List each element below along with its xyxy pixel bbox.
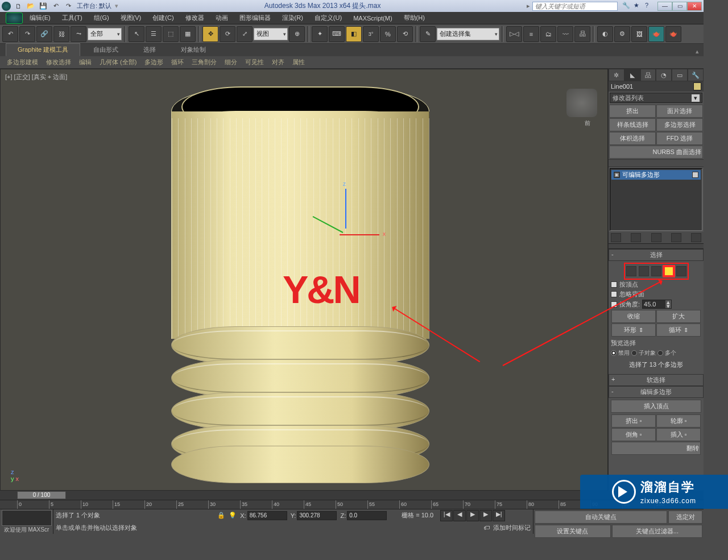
ribbon-tab-selection[interactable]: 选择 bbox=[131, 43, 168, 56]
utilities-tab-icon[interactable]: 🔧 bbox=[688, 69, 704, 81]
so-border-icon[interactable] bbox=[651, 266, 661, 276]
poly-inset-button[interactable]: 插入 ▫ bbox=[656, 428, 701, 441]
goto-end-icon[interactable]: ▶| bbox=[493, 510, 505, 521]
ribbon-tab-freeform[interactable]: 自由形式 bbox=[81, 43, 130, 56]
angle-snap-button[interactable]: 3° bbox=[363, 26, 379, 42]
mod-ffdsel-button[interactable]: FFD 选择 bbox=[656, 132, 703, 145]
keyboard-shortcut-button[interactable]: ⌨ bbox=[329, 26, 345, 42]
layer-button[interactable]: 🗂 bbox=[540, 26, 556, 42]
keyfilter-button[interactable]: 关键点过滤器... bbox=[612, 525, 702, 538]
menu-help[interactable]: 帮助(H) bbox=[399, 12, 429, 24]
create-tab-icon[interactable]: ✲ bbox=[609, 69, 624, 81]
percent-snap-button[interactable]: % bbox=[380, 26, 396, 42]
link-button[interactable]: 🔗 bbox=[36, 26, 52, 42]
ring-button[interactable]: 环形 ⇕ bbox=[611, 323, 656, 337]
motion-tab-icon[interactable]: ◔ bbox=[656, 69, 672, 81]
play-icon[interactable]: ▶ bbox=[466, 510, 479, 521]
isolate-icon[interactable]: 💡 bbox=[229, 512, 237, 519]
render-iterative-button[interactable]: 🫖 bbox=[665, 26, 681, 42]
radio-multi[interactable] bbox=[657, 350, 663, 356]
shrink-button[interactable]: 收缩 bbox=[611, 310, 656, 323]
spinner-snap-button[interactable]: ⟲ bbox=[397, 26, 413, 42]
byvertex-checkbox[interactable] bbox=[611, 281, 617, 288]
window-crossing-button[interactable]: ▦ bbox=[180, 26, 196, 42]
next-frame-icon[interactable]: ▶ bbox=[479, 510, 492, 521]
ribbon-visibility[interactable]: 可见性 bbox=[242, 57, 267, 68]
timetag-icon[interactable]: 🏷 bbox=[483, 524, 490, 531]
ribbon-geom[interactable]: 几何体 (全部) bbox=[96, 57, 140, 68]
angle-spinner[interactable]: ▴▾ bbox=[642, 300, 672, 309]
show-end-icon[interactable] bbox=[631, 233, 641, 242]
remove-mod-icon[interactable] bbox=[671, 233, 681, 242]
ribbon-subdiv[interactable]: 细分 bbox=[221, 57, 241, 68]
poly-outline-button[interactable]: 轮廓 ▫ bbox=[656, 414, 701, 428]
mod-extrude-button[interactable]: 挤出 bbox=[609, 105, 656, 118]
rollout-softsel-header[interactable]: +软选择 bbox=[609, 374, 704, 386]
viewport-label[interactable]: [+] [正交] [真实 + 边面] bbox=[5, 73, 67, 81]
redo-icon[interactable]: ↷ bbox=[63, 2, 73, 11]
so-vertex-icon[interactable] bbox=[626, 266, 636, 276]
ref-coord-dropdown[interactable]: 视图 bbox=[254, 28, 288, 40]
render-thumb[interactable] bbox=[2, 510, 52, 526]
minimize-button[interactable]: — bbox=[657, 2, 672, 11]
menu-group[interactable]: 组(G) bbox=[89, 12, 114, 24]
time-slider[interactable]: 0 / 100 bbox=[17, 491, 66, 499]
menu-customize[interactable]: 自定义(U) bbox=[310, 12, 346, 24]
scale-button[interactable]: ⤢ bbox=[237, 26, 253, 42]
maximize-button[interactable]: ▭ bbox=[672, 2, 687, 11]
pin-stack-icon[interactable] bbox=[611, 233, 621, 242]
mod-volsel-button[interactable]: 体积选择 bbox=[609, 132, 656, 145]
insert-vertex-button[interactable]: 插入顶点 bbox=[611, 400, 701, 413]
move-button[interactable]: ✥ bbox=[202, 26, 218, 42]
mod-nurbssel-button[interactable]: NURBS 曲面选择 bbox=[609, 146, 703, 159]
radio-subobject[interactable] bbox=[631, 350, 637, 356]
stack-item-editpoly[interactable]: ▣ 可编辑多边形 bbox=[611, 170, 701, 180]
save-icon[interactable]: 💾 bbox=[38, 2, 48, 11]
render-frame-button[interactable]: 🖼 bbox=[631, 26, 647, 42]
coord-z-field[interactable]: 0.0 bbox=[347, 511, 387, 520]
autokey-button[interactable]: 自动关键点 bbox=[535, 511, 667, 524]
menu-animation[interactable]: 动画 bbox=[211, 12, 233, 24]
ribbon-align[interactable]: 对齐 bbox=[268, 57, 288, 68]
app-logo[interactable] bbox=[2, 2, 11, 11]
align-button[interactable]: ≡ bbox=[523, 26, 539, 42]
menu-edit[interactable]: 编辑(E) bbox=[25, 12, 55, 24]
schematic-button[interactable]: 品 bbox=[574, 26, 590, 42]
viewport[interactable]: [+] [正交] [真实 + 边面] 前 Y&N z x z y x bbox=[0, 69, 608, 491]
unlink-button[interactable]: ⛓ bbox=[53, 26, 69, 42]
ribbon-edit[interactable]: 编辑 bbox=[76, 57, 95, 68]
menu-views[interactable]: 视图(V) bbox=[116, 12, 146, 24]
menu-maxscript[interactable]: MAXScript(M) bbox=[349, 13, 396, 23]
snap-toggle-button[interactable]: ◧ bbox=[346, 26, 362, 42]
mod-patchsel-button[interactable]: 面片选择 bbox=[656, 105, 703, 118]
material-editor-button[interactable]: ◐ bbox=[597, 26, 613, 42]
selection-filter-dropdown[interactable]: 全部 bbox=[88, 28, 122, 40]
select-button[interactable]: ↖ bbox=[129, 26, 144, 42]
ribbon-props[interactable]: 属性 bbox=[289, 57, 308, 68]
object-name-field[interactable]: Line001 bbox=[609, 81, 704, 92]
hierarchy-tab-icon[interactable]: 品 bbox=[640, 69, 656, 81]
select-by-name-button[interactable]: ☰ bbox=[146, 26, 162, 42]
render-button[interactable]: 🫖 bbox=[648, 26, 664, 42]
coord-x-field[interactable]: 86.756 bbox=[247, 511, 287, 520]
coord-y-field[interactable]: 300.278 bbox=[297, 511, 337, 520]
rollout-editpoly-header[interactable]: -编辑多边形 bbox=[609, 386, 704, 398]
configure-icon[interactable] bbox=[691, 233, 701, 242]
ignoreback-checkbox[interactable] bbox=[611, 291, 617, 297]
lock-icon[interactable]: 🔒 bbox=[217, 512, 225, 519]
ribbon-loop[interactable]: 循环 bbox=[168, 57, 187, 68]
named-selection-dropdown[interactable]: 创建选择集 bbox=[437, 28, 499, 40]
toolkit-icon[interactable]: 🔧 bbox=[622, 2, 631, 11]
manipulate-button[interactable]: ✦ bbox=[312, 26, 328, 42]
poly-flip-button[interactable]: 翻转 bbox=[611, 442, 701, 455]
workspace-label[interactable]: 工作台: 默认 bbox=[77, 2, 111, 10]
menu-grapheditors[interactable]: 图形编辑器 bbox=[235, 12, 275, 24]
so-element-icon[interactable] bbox=[676, 266, 686, 276]
poly-extrude-button[interactable]: 挤出 ▫ bbox=[611, 414, 656, 428]
menu-tools[interactable]: 工具(T) bbox=[57, 12, 87, 24]
render-setup-button[interactable]: ⚙ bbox=[614, 26, 630, 42]
help-search-input[interactable] bbox=[532, 2, 618, 11]
stack-expand-icon[interactable]: ▣ bbox=[614, 172, 620, 178]
modifier-stack[interactable]: ▣ 可编辑多边形 bbox=[610, 168, 702, 231]
prev-frame-icon[interactable]: ◀ bbox=[453, 510, 466, 521]
